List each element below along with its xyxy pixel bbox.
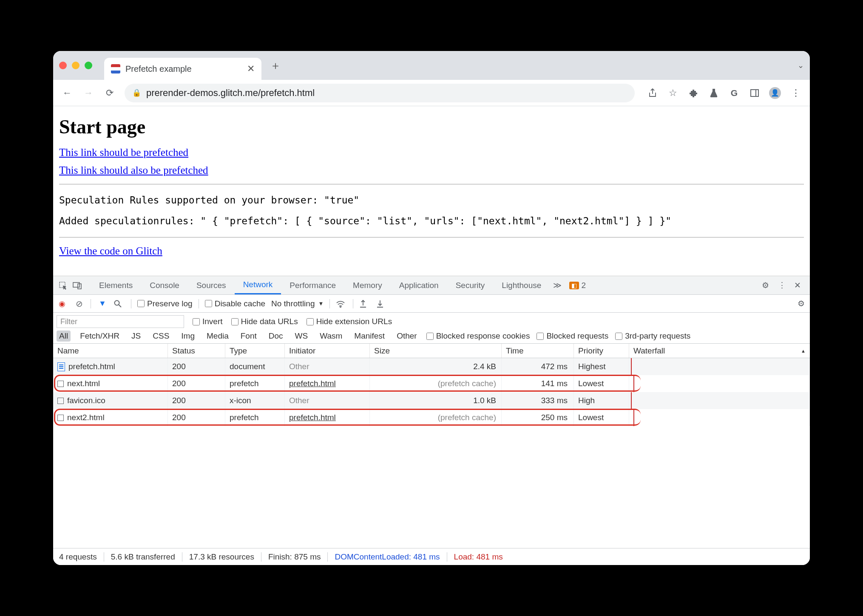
google-g-icon[interactable]: G xyxy=(724,83,744,103)
cell-status: 200 xyxy=(172,362,186,371)
network-status-bar: 4 requests 5.6 kB transferred 17.3 kB re… xyxy=(53,548,810,565)
filter-type-doc[interactable]: Doc xyxy=(266,331,286,342)
cell-initiator-link[interactable]: prefetch.html xyxy=(289,379,336,388)
share-icon[interactable] xyxy=(642,83,663,103)
status-resources: 17.3 kB resources xyxy=(182,552,261,562)
col-priority[interactable]: Priority xyxy=(574,344,629,358)
cell-name: prefetch.html xyxy=(68,362,115,371)
col-initiator[interactable]: Initiator xyxy=(285,344,370,358)
import-har-icon[interactable] xyxy=(376,300,387,308)
network-settings-icon[interactable]: ⚙ xyxy=(795,299,806,308)
disable-cache-checkbox[interactable]: Disable cache xyxy=(205,299,265,308)
invert-checkbox[interactable]: Invert xyxy=(193,317,223,326)
col-size[interactable]: Size xyxy=(370,344,502,358)
close-tab-button[interactable]: ✕ xyxy=(247,63,255,74)
network-conditions-icon[interactable] xyxy=(336,300,347,308)
tab-lighthouse[interactable]: Lighthouse xyxy=(493,276,550,294)
reload-button[interactable]: ⟳ xyxy=(100,83,119,103)
inspect-element-icon[interactable] xyxy=(56,276,70,294)
minimize-window-button[interactable] xyxy=(72,62,79,69)
col-status[interactable]: Status xyxy=(168,344,225,358)
filter-type-media[interactable]: Media xyxy=(204,331,231,342)
export-har-icon[interactable] xyxy=(359,300,370,308)
filter-type-css[interactable]: CSS xyxy=(150,331,172,342)
issues-badge[interactable]: ◧ 2 xyxy=(565,276,589,294)
filter-type-ws[interactable]: WS xyxy=(292,331,311,342)
network-filter-bar: Filter Invert Hide data URLs Hide extens… xyxy=(53,313,810,344)
cell-size: 2.4 kB xyxy=(473,362,496,371)
preserve-log-checkbox[interactable]: Preserve log xyxy=(137,299,193,308)
col-waterfall[interactable]: Waterfall▲ xyxy=(629,344,810,358)
devtools-menu-button[interactable]: ⋮ xyxy=(774,280,789,290)
device-toolbar-icon[interactable] xyxy=(70,276,85,294)
cell-name: favicon.ico xyxy=(67,396,105,405)
tab-application[interactable]: Application xyxy=(391,276,447,294)
blocked-requests-checkbox[interactable]: Blocked requests xyxy=(537,331,608,341)
filter-type-fetchxhr[interactable]: Fetch/XHR xyxy=(77,331,122,342)
filter-type-all[interactable]: All xyxy=(57,331,71,342)
document-icon xyxy=(57,362,65,371)
profile-avatar[interactable]: 👤 xyxy=(765,83,785,103)
tab-security[interactable]: Security xyxy=(447,276,494,294)
devtools-settings-icon[interactable]: ⚙ xyxy=(758,280,772,290)
browser-menu-button[interactable]: ⋮ xyxy=(785,83,806,103)
table-row[interactable]: next2.html200prefetchprefetch.html(prefe… xyxy=(53,409,810,426)
prefetch-link-1[interactable]: This link should be prefetched xyxy=(59,147,188,158)
table-row[interactable]: prefetch.html200documentOther2.4 kB472 m… xyxy=(53,358,810,375)
toolbar-right: ☆ G 👤 ⋮ xyxy=(642,83,806,103)
back-button[interactable]: ← xyxy=(57,83,77,103)
cell-size: 1.0 kB xyxy=(473,396,496,405)
window-controls xyxy=(59,62,92,69)
col-type[interactable]: Type xyxy=(225,344,285,358)
filter-type-manifest[interactable]: Manifest xyxy=(352,331,387,342)
table-row[interactable]: favicon.ico200x-iconOther1.0 kB333 msHig… xyxy=(53,392,810,409)
tab-console[interactable]: Console xyxy=(141,276,188,294)
col-name[interactable]: Name xyxy=(53,344,168,358)
prefetch-link-2[interactable]: This link should also be prefetched xyxy=(59,164,208,176)
filter-type-img[interactable]: Img xyxy=(179,331,197,342)
col-time[interactable]: Time xyxy=(502,344,574,358)
maximize-window-button[interactable] xyxy=(85,62,92,69)
svg-line-6 xyxy=(119,305,121,307)
filter-type-js[interactable]: JS xyxy=(129,331,143,342)
third-party-checkbox[interactable]: 3rd-party requests xyxy=(615,331,690,341)
status-load: Load: 481 ms xyxy=(447,552,510,562)
close-window-button[interactable] xyxy=(59,62,67,69)
cell-initiator-link[interactable]: prefetch.html xyxy=(289,413,336,422)
table-row[interactable]: next.html200prefetchprefetch.html(prefet… xyxy=(53,375,810,392)
tab-elements[interactable]: Elements xyxy=(91,276,141,294)
side-panel-icon[interactable] xyxy=(744,83,765,103)
extensions-icon[interactable] xyxy=(683,83,704,103)
filter-toggle-icon[interactable]: ▼ xyxy=(97,299,108,308)
hide-extension-urls-checkbox[interactable]: Hide extension URLs xyxy=(307,317,392,326)
cell-type: document xyxy=(230,362,265,371)
filter-type-other[interactable]: Other xyxy=(394,331,420,342)
labs-icon[interactable] xyxy=(704,83,724,103)
browser-tab[interactable]: Prefetch example ✕ xyxy=(104,58,261,80)
hide-data-urls-checkbox[interactable]: Hide data URLs xyxy=(231,317,298,326)
throttling-select[interactable]: No throttling▼ xyxy=(271,299,324,308)
filter-type-wasm[interactable]: Wasm xyxy=(317,331,345,342)
more-tabs-button[interactable]: ≫ xyxy=(550,276,565,294)
clear-button[interactable]: ⊘ xyxy=(74,299,85,309)
forward-button[interactable]: → xyxy=(79,83,98,103)
tab-list-button[interactable]: ⌄ xyxy=(798,61,804,70)
devtools-close-button[interactable]: ✕ xyxy=(790,280,805,290)
tab-network[interactable]: Network xyxy=(235,276,281,294)
record-button[interactable]: ◉ xyxy=(57,299,68,308)
browser-toolbar: ← → ⟳ 🔒 prerender-demos.glitch.me/prefet… xyxy=(53,80,810,106)
tab-sources[interactable]: Sources xyxy=(188,276,235,294)
cell-initiator: Other xyxy=(289,362,309,371)
filter-type-font[interactable]: Font xyxy=(238,331,259,342)
speculation-rules-text: Added speculationrules: " { "prefetch": … xyxy=(59,213,804,229)
tab-memory[interactable]: Memory xyxy=(344,276,391,294)
tab-performance[interactable]: Performance xyxy=(281,276,344,294)
status-requests: 4 requests xyxy=(59,552,104,562)
view-code-link[interactable]: View the code on Glitch xyxy=(59,245,162,257)
blocked-cookies-checkbox[interactable]: Blocked response cookies xyxy=(426,331,530,341)
address-bar[interactable]: 🔒 prerender-demos.glitch.me/prefetch.htm… xyxy=(125,84,635,102)
search-icon[interactable] xyxy=(114,300,125,308)
bookmark-star-icon[interactable]: ☆ xyxy=(663,83,683,103)
new-tab-button[interactable]: ＋ xyxy=(270,58,281,73)
filter-input[interactable]: Filter xyxy=(57,315,184,328)
